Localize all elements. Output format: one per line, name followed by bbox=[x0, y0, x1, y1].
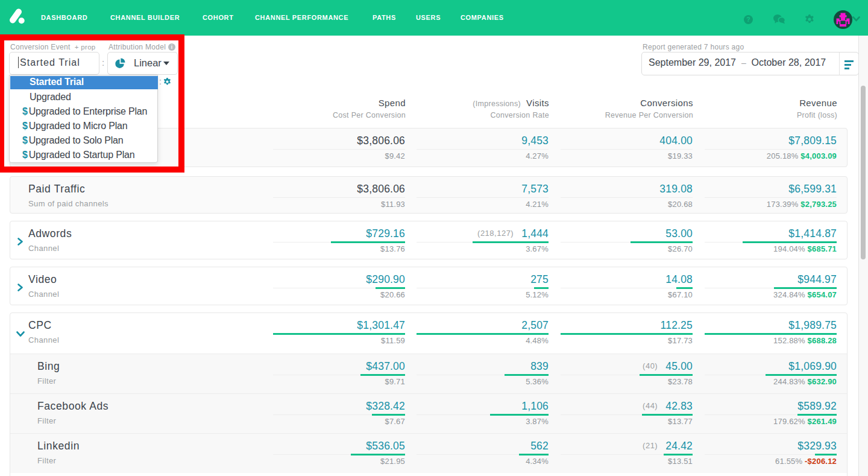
svg-text:?: ? bbox=[746, 16, 750, 23]
